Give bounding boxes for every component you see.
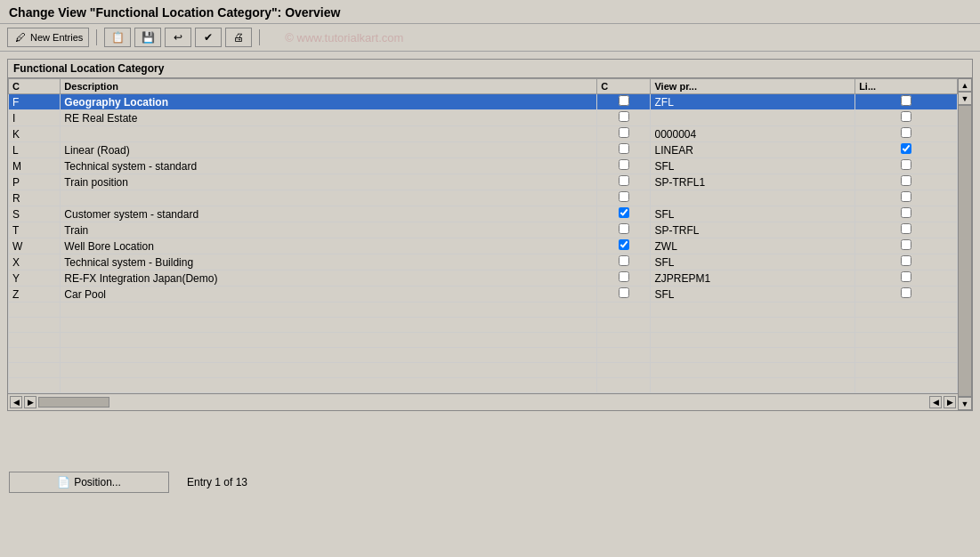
cell-view-profile: SFL [651, 158, 855, 174]
row-checkbox[interactable] [619, 143, 629, 154]
li-checkbox[interactable] [901, 159, 911, 170]
cell-checkbox[interactable] [597, 222, 651, 238]
row-checkbox[interactable] [619, 223, 629, 234]
cell-li[interactable] [855, 238, 958, 254]
cell-checkbox[interactable] [597, 287, 651, 303]
cell-c: X [9, 254, 61, 270]
col-header-li: Li... [855, 79, 958, 94]
li-checkbox[interactable] [901, 255, 911, 266]
row-checkbox[interactable] [619, 111, 629, 122]
cell-view-profile: SP-TRFL [651, 222, 855, 238]
cell-checkbox[interactable] [597, 238, 651, 254]
row-checkbox[interactable] [619, 127, 629, 138]
horizontal-scrollbar-track[interactable] [38, 397, 109, 408]
li-checkbox[interactable] [901, 111, 911, 122]
table-row[interactable]: SCustomer system - standardSFL [9, 206, 958, 222]
toolbar: 🖊 New Entries 📋 💾 ↩ ✔ 🖨 © www.tutorialka… [0, 24, 980, 52]
data-table: C Description C View pr... Li... FGeogra… [8, 78, 958, 393]
cell-c: P [9, 174, 61, 190]
undo-button[interactable]: ↩ [165, 28, 191, 47]
row-checkbox[interactable] [619, 271, 629, 282]
empty-row [9, 363, 958, 378]
scroll-bottom-button[interactable]: ▼ [958, 397, 972, 410]
table-row[interactable]: TTrainSP-TRFL [9, 222, 958, 238]
cell-li[interactable] [855, 287, 958, 303]
cell-c: W [9, 238, 61, 254]
row-checkbox[interactable] [619, 287, 629, 298]
li-checkbox[interactable] [901, 287, 911, 298]
li-checkbox[interactable] [901, 271, 911, 282]
cell-checkbox[interactable] [597, 174, 651, 190]
table-row[interactable]: FGeography LocationZFL [9, 94, 958, 110]
cell-description [61, 126, 597, 142]
row-checkbox[interactable] [619, 159, 629, 170]
table-row[interactable]: YRE-FX Integration Japan(Demo)ZJPREPM1 [9, 270, 958, 287]
cell-checkbox[interactable] [597, 142, 651, 158]
cell-checkbox[interactable] [597, 110, 651, 126]
table-row[interactable]: XTechnical system - BuildingSFL [9, 254, 958, 270]
cell-checkbox[interactable] [597, 270, 651, 287]
save-button[interactable]: 💾 [134, 28, 161, 47]
li-checkbox[interactable] [901, 127, 911, 138]
li-checkbox[interactable] [901, 223, 911, 234]
table-row[interactable]: K0000004 [9, 126, 958, 142]
li-checkbox[interactable] [901, 191, 911, 202]
table-row[interactable]: WWell Bore LocationZWL [9, 238, 958, 254]
li-checkbox[interactable] [901, 143, 911, 154]
print-button[interactable]: 🖨 [225, 28, 252, 47]
scroll-left2-button[interactable]: ◀ [929, 396, 942, 408]
li-checkbox[interactable] [901, 207, 911, 218]
cell-view-profile: ZJPREPM1 [651, 270, 855, 287]
cell-view-profile: ZWL [651, 238, 855, 254]
row-checkbox[interactable] [619, 239, 629, 250]
cell-checkbox[interactable] [597, 126, 651, 142]
cell-checkbox[interactable] [597, 206, 651, 222]
cell-li[interactable] [855, 142, 958, 158]
table-row[interactable]: LLinear (Road)LINEAR [9, 142, 958, 158]
vertical-scrollbar[interactable]: ▲ ▼ ▼ [958, 78, 972, 410]
row-checkbox[interactable] [619, 175, 629, 186]
cell-description: Customer system - standard [61, 206, 597, 222]
scroll-right2-button[interactable]: ▶ [944, 396, 956, 408]
cell-view-profile [651, 190, 855, 206]
cell-description: Geography Location [61, 94, 597, 110]
position-button[interactable]: 📄 Position... [9, 472, 169, 493]
cell-li[interactable] [855, 94, 958, 110]
cell-li[interactable] [855, 158, 958, 174]
cell-checkbox[interactable] [597, 254, 651, 270]
table-row[interactable]: R [9, 190, 958, 206]
row-checkbox[interactable] [619, 191, 629, 202]
scroll-down-button[interactable]: ▼ [958, 92, 972, 105]
cell-checkbox[interactable] [597, 158, 651, 174]
cell-li[interactable] [855, 190, 958, 206]
cell-li[interactable] [855, 110, 958, 126]
copy-button[interactable]: 📋 [104, 28, 131, 47]
table-row[interactable]: IRE Real Estate [9, 110, 958, 126]
undo-icon: ↩ [171, 30, 185, 44]
new-entries-button[interactable]: 🖊 New Entries [7, 28, 89, 47]
cell-li[interactable] [855, 254, 958, 270]
scroll-up-button[interactable]: ▲ [958, 78, 972, 92]
horizontal-scroll[interactable]: ◀ ▶ ◀ ▶ [8, 393, 958, 410]
cell-li[interactable] [855, 174, 958, 190]
row-checkbox[interactable] [619, 207, 629, 218]
row-checkbox[interactable] [619, 255, 629, 266]
cell-checkbox[interactable] [597, 94, 651, 110]
cell-li[interactable] [855, 222, 958, 238]
cell-checkbox[interactable] [597, 190, 651, 206]
cell-li[interactable] [855, 126, 958, 142]
check-button[interactable]: ✔ [195, 28, 222, 47]
table-row[interactable]: MTechnical system - standardSFL [9, 158, 958, 174]
scroll-left-button[interactable]: ◀ [10, 396, 22, 408]
li-checkbox[interactable] [901, 95, 911, 106]
cell-li[interactable] [855, 206, 958, 222]
print-icon: 🖨 [231, 30, 246, 44]
li-checkbox[interactable] [901, 239, 911, 250]
li-checkbox[interactable] [901, 175, 911, 186]
vertical-scrollbar-track[interactable] [958, 105, 972, 397]
cell-li[interactable] [855, 270, 958, 287]
table-row[interactable]: ZCar PoolSFL [9, 287, 958, 303]
scroll-right-button[interactable]: ▶ [24, 396, 36, 408]
table-row[interactable]: PTrain positionSP-TRFL1 [9, 174, 958, 190]
row-checkbox[interactable] [619, 95, 629, 106]
